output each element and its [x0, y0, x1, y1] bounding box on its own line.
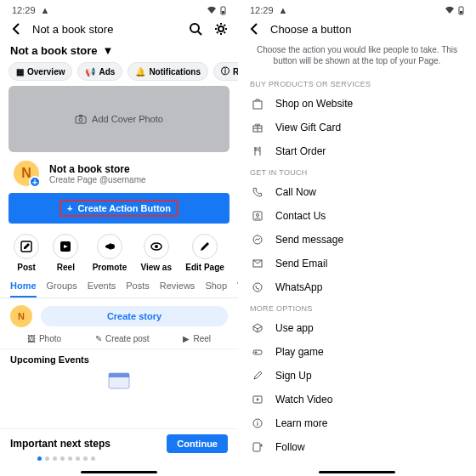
wifi-icon	[207, 6, 217, 14]
megaphone-icon	[104, 241, 116, 252]
pencil-icon: ✎	[95, 334, 102, 343]
post-button[interactable]: Post	[14, 234, 39, 272]
svg-point-3	[218, 26, 224, 31]
create-action-button[interactable]: + Create Action Button	[8, 193, 230, 224]
back-icon[interactable]	[10, 22, 24, 36]
item-play-game[interactable]: Play game	[238, 340, 476, 364]
item-watch-video[interactable]: Watch Video	[238, 388, 476, 411]
pen-icon	[250, 370, 265, 382]
gift-icon	[250, 122, 265, 133]
chip-row: ▦Overview 📢Ads 🔔Notifications ⓘResources…	[0, 62, 238, 86]
page-avatar[interactable]: N +	[12, 159, 41, 188]
tab-reviews[interactable]: Reviews	[160, 280, 196, 298]
left-phone: 12:29 ▲ Not a book store Not a book stor…	[0, 0, 238, 476]
svg-rect-1	[222, 11, 224, 14]
page-sub: Create Page @username	[49, 175, 146, 184]
item-learn-more[interactable]: Learn more	[238, 411, 476, 435]
page-title-row[interactable]: Not a book store ▼	[0, 41, 238, 62]
whatsapp-icon	[250, 281, 265, 293]
wifi-icon	[445, 6, 455, 14]
mini-photo[interactable]: 🖼Photo	[27, 334, 61, 343]
phone-icon	[250, 186, 265, 198]
view-as-button[interactable]: View as	[140, 234, 172, 272]
footer-label: Important next steps	[10, 438, 110, 450]
nav-bar	[238, 468, 476, 476]
tab-shop[interactable]: Shop	[205, 280, 227, 298]
chip-overview[interactable]: ▦Overview	[8, 62, 72, 81]
mail-icon	[250, 258, 265, 269]
next-steps-footer: Important next steps Continue	[0, 428, 238, 464]
search-icon[interactable]	[189, 22, 202, 36]
svg-rect-16	[253, 101, 262, 109]
tab-posts[interactable]: Posts	[126, 280, 150, 298]
status-bar: 12:29 ▲	[0, 0, 238, 17]
item-call-now[interactable]: Call Now	[238, 180, 476, 204]
item-start-order[interactable]: Start Order	[238, 139, 476, 163]
battery-icon	[220, 6, 226, 15]
contact-icon	[250, 210, 265, 222]
svg-rect-15	[460, 11, 462, 14]
eye-icon	[150, 241, 162, 252]
cover-photo[interactable]: Add Cover Photo	[8, 86, 230, 152]
continue-button[interactable]: Continue	[167, 434, 228, 453]
page-header: Choose a button	[238, 17, 476, 41]
svg-rect-4	[76, 116, 86, 123]
reel-button[interactable]: Reel	[53, 234, 78, 272]
chip-ads[interactable]: 📢Ads	[77, 62, 122, 81]
svg-point-9	[110, 244, 115, 249]
item-whatsapp[interactable]: WhatsApp	[238, 275, 476, 299]
gamepad-icon	[250, 346, 265, 358]
tab-events[interactable]: Events	[88, 280, 116, 298]
page-header: Not a book store	[0, 17, 238, 41]
item-send-message[interactable]: Send message	[238, 228, 476, 252]
calendar-illustration	[0, 366, 238, 390]
story-avatar[interactable]: N	[10, 305, 32, 327]
battery-icon	[458, 6, 464, 15]
mini-actions: 🖼Photo ✎Create post ▶Reel	[0, 334, 238, 348]
item-send-email[interactable]: Send Email	[238, 252, 476, 275]
chip-notifications[interactable]: 🔔Notifications	[128, 62, 208, 81]
status-time: 12:29	[250, 5, 274, 15]
tab-home[interactable]: Home	[10, 280, 37, 298]
status-time: 12:29	[12, 5, 36, 15]
edit-page-button[interactable]: Edit Page	[185, 234, 224, 272]
cover-label: Add Cover Photo	[92, 114, 163, 124]
warning-icon: ▲	[41, 5, 50, 15]
overview-icon: ▦	[16, 67, 24, 76]
item-contact-us[interactable]: Contact Us	[238, 204, 476, 228]
tab-groups[interactable]: Groups	[47, 280, 77, 298]
avatar-row: N + Not a book store Create Page @userna…	[0, 152, 238, 193]
camera-icon	[75, 114, 87, 124]
plus-icon: +	[29, 176, 41, 188]
reel-icon: ▶	[183, 334, 190, 343]
action-circles: Post Reel Promote View as Edit Page	[0, 230, 238, 277]
bag-icon	[250, 98, 265, 110]
svg-point-2	[190, 24, 199, 32]
plus-icon: +	[67, 203, 72, 213]
post-icon	[20, 241, 32, 252]
group-buy: BUY PRODUCTS OR SERVICES	[238, 75, 476, 92]
item-use-app[interactable]: Use app	[238, 316, 476, 340]
header-title: Not a book store	[32, 23, 180, 36]
create-story-button[interactable]: Create story	[41, 306, 228, 326]
story-row: N Create story	[0, 298, 238, 334]
mini-reel[interactable]: ▶Reel	[183, 334, 211, 343]
chip-resources[interactable]: ⓘResources &	[213, 62, 238, 81]
item-sign-up[interactable]: Sign Up	[238, 364, 476, 388]
megaphone-icon: 📢	[85, 67, 95, 76]
svg-point-19	[257, 214, 259, 217]
item-shop-on-website[interactable]: Shop on Website	[238, 92, 476, 116]
gear-icon[interactable]	[214, 22, 228, 36]
follow-icon	[250, 441, 265, 453]
promote-button[interactable]: Promote	[93, 234, 128, 272]
svg-point-5	[79, 118, 82, 122]
mini-create-post[interactable]: ✎Create post	[95, 334, 150, 343]
video-icon	[250, 394, 265, 405]
info-icon	[250, 417, 265, 429]
cube-icon	[250, 322, 265, 334]
item-gift-card[interactable]: View Gift Card	[238, 116, 476, 139]
svg-point-22	[253, 283, 262, 292]
back-icon[interactable]	[248, 22, 262, 36]
item-follow[interactable]: Follow	[238, 435, 476, 459]
group-touch: GET IN TOUCH	[238, 163, 476, 180]
